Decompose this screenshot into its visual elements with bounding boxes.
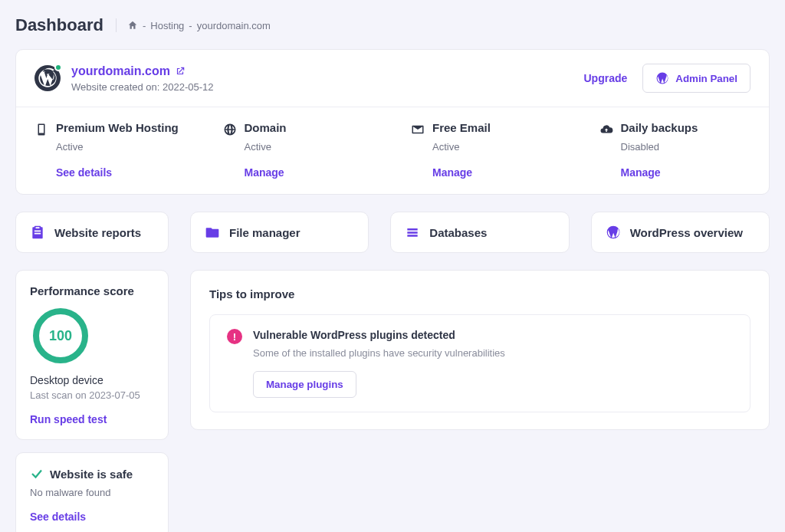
- status-hosting: Premium Web Hosting Active See details: [16, 107, 205, 194]
- status-email-link[interactable]: Manage: [432, 166, 563, 179]
- wordpress-icon: [37, 67, 58, 89]
- quick-links-row: Website reports File manager Databases W…: [15, 212, 770, 253]
- performance-score-ring: 100: [33, 308, 88, 363]
- status-domain: Domain Active Manage: [205, 107, 393, 194]
- wordpress-icon: [655, 71, 669, 85]
- home-icon: [127, 20, 138, 31]
- domain-link[interactable]: yourdomain.com: [71, 64, 186, 78]
- page-header: Dashboard - Hosting - yourdomain.com: [15, 15, 770, 35]
- manage-plugins-button[interactable]: Manage plugins: [253, 371, 356, 398]
- performance-card: Performance score 100 Desktop device Las…: [15, 270, 169, 440]
- folder-icon: [205, 225, 220, 240]
- safety-card: Website is safe No malware found See det…: [15, 452, 169, 532]
- cloud-backup-icon: [599, 123, 613, 136]
- globe-icon: [223, 123, 237, 136]
- breadcrumb[interactable]: - Hosting - yourdomain.com: [116, 18, 271, 32]
- clipboard-icon: [30, 225, 45, 240]
- status-grid: Premium Web Hosting Active See details D…: [16, 107, 769, 194]
- breadcrumb-domain[interactable]: yourdomain.com: [197, 20, 271, 31]
- tips-card: Tips to improve ! Vulnerable WordPress p…: [190, 270, 770, 430]
- status-backups: Daily backups Disabled Manage: [581, 107, 770, 194]
- safety-details-link[interactable]: See details: [30, 511, 86, 523]
- bottom-grid: Performance score 100 Desktop device Las…: [15, 270, 770, 532]
- mail-icon: [411, 123, 425, 136]
- status-backups-link[interactable]: Manage: [621, 166, 751, 179]
- wordpress-icon: [606, 225, 621, 240]
- quick-wordpress-overview[interactable]: WordPress overview: [591, 212, 770, 253]
- performance-score-value: 100: [49, 328, 72, 344]
- quick-file-manager[interactable]: File manager: [190, 212, 369, 253]
- server-icon: [34, 123, 48, 136]
- alert-icon: !: [227, 329, 242, 344]
- status-email: Free Email Active Manage: [392, 107, 581, 194]
- page-title: Dashboard: [15, 15, 103, 35]
- upgrade-link[interactable]: Upgrade: [583, 72, 627, 84]
- wordpress-badge: [34, 65, 61, 91]
- status-dot-icon: [54, 64, 62, 71]
- created-date: Website created on: 2022-05-12: [71, 81, 214, 93]
- status-hosting-link[interactable]: See details: [56, 166, 186, 179]
- external-link-icon: [175, 66, 186, 77]
- quick-website-reports[interactable]: Website reports: [15, 212, 169, 253]
- site-summary-card: yourdomain.com Website created on: 2022-…: [15, 49, 770, 195]
- tip-item: ! Vulnerable WordPress plugins detected …: [209, 314, 751, 412]
- admin-panel-button[interactable]: Admin Panel: [642, 64, 751, 93]
- quick-databases[interactable]: Databases: [390, 212, 569, 253]
- check-icon: [30, 467, 44, 481]
- database-icon: [405, 225, 420, 240]
- breadcrumb-hosting[interactable]: Hosting: [150, 20, 184, 31]
- run-speed-test-link[interactable]: Run speed test: [30, 413, 107, 425]
- domain-row: yourdomain.com Website created on: 2022-…: [16, 50, 769, 107]
- status-domain-link[interactable]: Manage: [245, 166, 375, 179]
